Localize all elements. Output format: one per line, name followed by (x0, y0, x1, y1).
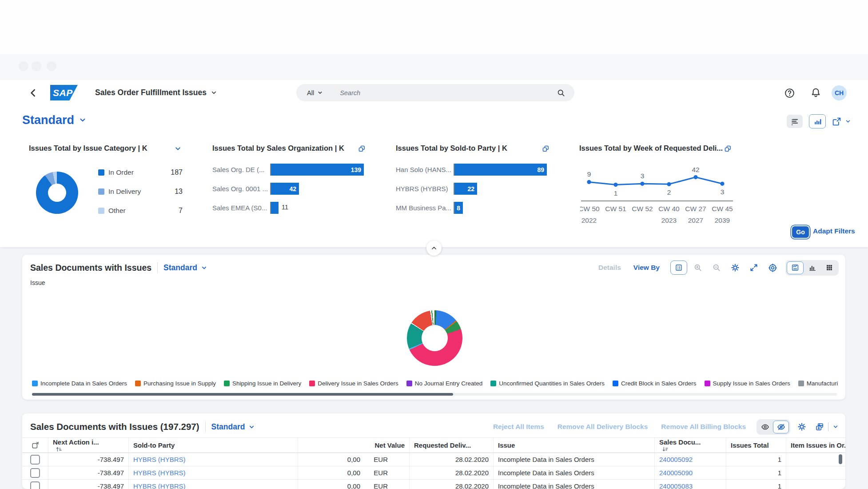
details-button[interactable]: Details (598, 264, 621, 272)
column-header[interactable]: Net Value (298, 438, 410, 453)
chevron-down-icon (845, 118, 851, 124)
legend-scrollbar-thumb[interactable] (32, 393, 453, 396)
zoom-in-button[interactable] (693, 263, 702, 272)
bar[interactable]: 22 (454, 183, 477, 195)
column-header[interactable]: Next Action i... (48, 438, 129, 453)
line-point[interactable] (693, 175, 697, 179)
search-bar[interactable]: All Search (296, 84, 574, 101)
bar-track: 11 (270, 202, 372, 214)
search-icon[interactable] (557, 88, 565, 97)
search-scope-select[interactable]: All (307, 89, 323, 96)
drilldown-button[interactable] (768, 263, 777, 273)
remove-all-delivery-blocks-button[interactable]: Remove All Delivery Blocks (557, 423, 648, 431)
column-header[interactable]: Issues Total (726, 438, 786, 453)
legend-label: In Delivery (108, 188, 175, 196)
share-menu[interactable] (832, 117, 851, 126)
legend-value: 7 (179, 207, 183, 215)
bar[interactable]: 8 (454, 202, 463, 214)
donut-hole (422, 325, 448, 351)
legend-item: Credit Block in Sales Orders (613, 380, 697, 387)
issue-category-donut-chart[interactable] (36, 172, 78, 214)
filterbar-list-toggle[interactable] (787, 115, 803, 128)
sales-documents-table: Next Action i...Sold-to PartyNet ValueRe… (22, 437, 845, 489)
sold_to_party-link[interactable]: HYBRS (HYBRS) (133, 482, 186, 489)
column-header[interactable]: Requested Deliv... (410, 438, 494, 453)
zoom-out-icon (712, 263, 721, 272)
remove-all-billing-blocks-button[interactable]: Remove All Billing Blocks (661, 423, 746, 431)
table-only-toggle[interactable] (821, 262, 837, 274)
help-button[interactable] (784, 88, 795, 99)
search-scope-value: All (307, 89, 314, 96)
zoom-out-button[interactable] (712, 263, 721, 272)
fullscreen-button[interactable] (749, 263, 758, 272)
chart-and-table-toggle[interactable] (787, 261, 804, 274)
adapt-filters-link[interactable]: Adapt Filters (813, 227, 855, 235)
table-settings-button[interactable] (797, 422, 806, 431)
x-axis-year-label: 2027 (688, 216, 703, 224)
chart-variant-selector[interactable]: Standard (163, 263, 207, 273)
issue-cell: Incomplete Data in Sales Orders (494, 466, 655, 480)
line-point[interactable] (640, 182, 644, 186)
user-avatar[interactable]: CH (832, 85, 847, 100)
page-variant-selector[interactable]: Standard (22, 113, 87, 127)
app-title-menu[interactable]: Sales Order Fulfillment Issues (95, 88, 217, 97)
bar[interactable]: 139 (271, 164, 364, 176)
row-checkbox[interactable] (30, 481, 40, 489)
chart-settings-button[interactable] (731, 263, 740, 272)
collapse-header-button[interactable] (426, 240, 442, 256)
export-button[interactable] (815, 422, 824, 431)
line-point[interactable] (613, 183, 617, 187)
line-point[interactable] (720, 182, 724, 186)
column-header[interactable]: Issue (494, 438, 655, 453)
sold_to_party-cell: HYBRS (HYBRS) (129, 466, 298, 480)
table-scrollbar-thumb[interactable] (839, 454, 842, 464)
divider (157, 262, 158, 273)
line-point[interactable] (587, 180, 591, 184)
sold-to-party-bar-chart[interactable]: Han Solo (HANS...89HYBRS (HYBRS)22MM Bus… (396, 160, 556, 217)
issues_total-cell: 1 (726, 466, 786, 480)
table-variant-selector[interactable]: Standard (211, 422, 255, 432)
column-header[interactable]: Sold-to Party (129, 438, 298, 453)
notifications-bell-icon[interactable] (810, 87, 821, 98)
row-checkbox[interactable] (30, 455, 40, 465)
chart-view-toggle[interactable] (809, 114, 826, 128)
column-header[interactable]: Sales Docu... (655, 438, 726, 453)
sales_document-link[interactable]: 240005092 (659, 456, 693, 463)
column-header[interactable]: Item Issues in Or... (786, 438, 846, 453)
back-button[interactable] (28, 87, 39, 99)
legend-swatch (98, 208, 104, 214)
row-checkbox[interactable] (30, 468, 40, 478)
reject-all-items-button[interactable]: Reject All Items (493, 423, 544, 431)
search-input[interactable]: Search (340, 89, 557, 96)
requested-delivery-week-line-chart[interactable]: 9CW 5020221CW 513CW 522CW 40202342CW 272… (580, 160, 735, 227)
sales_document-link[interactable]: 240005090 (659, 469, 693, 477)
bar[interactable] (271, 202, 279, 214)
line-point[interactable] (667, 182, 671, 186)
bar-value-label: 139 (351, 166, 364, 173)
kpi2-open-in-new-icon[interactable] (358, 145, 366, 152)
bar[interactable]: 89 (454, 164, 547, 176)
point-value-label: 9 (587, 170, 591, 178)
kpi3-open-in-new-icon[interactable] (542, 145, 549, 152)
go-button[interactable]: Go (791, 225, 810, 239)
hide-rows-toggle[interactable] (773, 421, 789, 433)
deselect-all-header[interactable] (22, 438, 48, 453)
sold_to_party-link[interactable]: HYBRS (HYBRS) (133, 456, 186, 463)
export-menu-button[interactable] (832, 424, 839, 430)
bar-track: 22 (454, 183, 556, 195)
bar-category-label: MM Business Pa... (396, 204, 454, 212)
bar[interactable]: 42 (271, 183, 299, 195)
legend-item: In Order187 (98, 163, 183, 182)
show-rows-toggle[interactable] (758, 421, 772, 433)
view-by-button[interactable]: View By (633, 264, 660, 272)
bar-value-label: 89 (537, 166, 547, 173)
sales_document-link[interactable]: 240005083 (659, 482, 693, 489)
sales-organization-bar-chart[interactable]: Sales Org. DE (...139Sales Org. 0001 ...… (212, 160, 372, 217)
issues-donut-chart[interactable] (407, 310, 462, 366)
chart-only-toggle[interactable] (804, 262, 820, 274)
legend-label: In Order (108, 168, 171, 176)
kpi4-open-in-new-icon[interactable] (724, 145, 732, 152)
kpi1-chevron-down-icon[interactable] (174, 145, 182, 152)
show-legend-button[interactable] (670, 261, 687, 275)
sold_to_party-link[interactable]: HYBRS (HYBRS) (133, 469, 186, 477)
